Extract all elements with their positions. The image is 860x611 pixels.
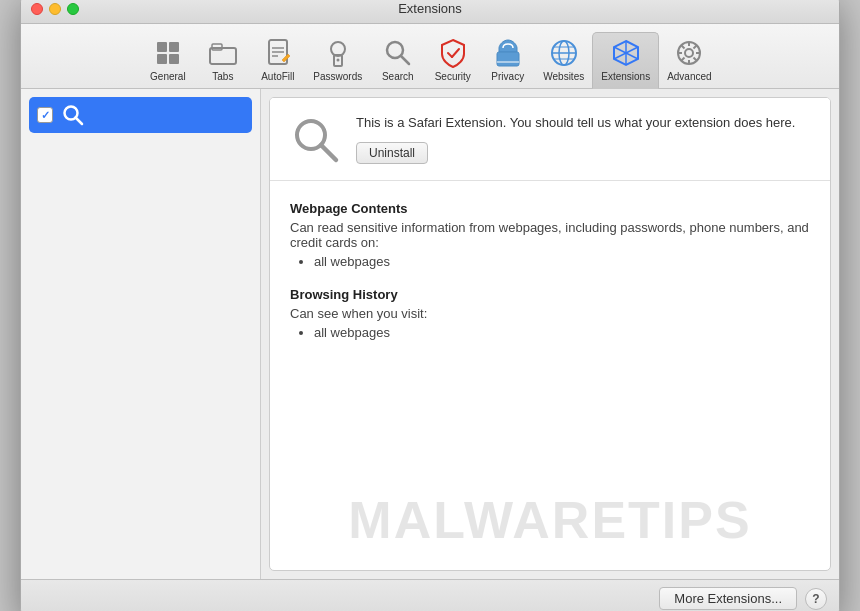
passwords-icon <box>322 37 354 69</box>
maximize-button[interactable] <box>67 3 79 15</box>
sidebar: ✓ <box>21 89 261 579</box>
security-icon <box>437 37 469 69</box>
autofill-icon <box>262 37 294 69</box>
svg-line-35 <box>694 58 697 61</box>
general-icon <box>152 37 184 69</box>
detail-panel: MALWARETIPS This is a Safari Extension. … <box>269 97 831 571</box>
toolbar-item-tabs[interactable]: Tabs <box>195 33 250 88</box>
toolbar-item-general[interactable]: General <box>140 33 195 88</box>
browsing-history-desc: Can see when you visit: <box>290 306 810 321</box>
more-extensions-button[interactable]: More Extensions... <box>659 587 797 610</box>
toolbar: General Tabs Auto <box>21 24 839 89</box>
help-button[interactable]: ? <box>805 588 827 610</box>
svg-line-14 <box>401 56 409 64</box>
toolbar-item-extensions[interactable]: Extensions <box>592 32 659 89</box>
browsing-history-list: all webpages <box>290 325 810 340</box>
svg-rect-3 <box>169 54 179 64</box>
search-icon <box>382 37 414 69</box>
svg-rect-17 <box>497 52 519 66</box>
extension-detail-icon <box>290 114 340 164</box>
close-button[interactable] <box>31 3 43 15</box>
svg-line-16 <box>452 49 459 57</box>
title-bar: Extensions <box>21 0 839 24</box>
browsing-history-block: Browsing History Can see when you visit:… <box>290 287 810 340</box>
window-title: Extensions <box>398 1 462 16</box>
security-label: Security <box>435 71 471 82</box>
toolbar-item-security[interactable]: Security <box>425 33 480 88</box>
list-item: all webpages <box>314 325 810 340</box>
watermark-text: MALWARETIPS <box>348 490 751 550</box>
svg-line-34 <box>682 46 685 49</box>
permissions-section: Webpage Contents Can read sensitive info… <box>270 181 830 368</box>
svg-line-39 <box>76 118 83 125</box>
extension-info: This is a Safari Extension. You should t… <box>356 114 810 164</box>
extension-header: This is a Safari Extension. You should t… <box>270 98 830 181</box>
extensions-icon <box>610 37 642 69</box>
webpage-contents-desc: Can read sensitive information from webp… <box>290 220 810 250</box>
toolbar-item-websites[interactable]: Websites <box>535 33 592 88</box>
extension-description: This is a Safari Extension. You should t… <box>356 114 810 132</box>
svg-rect-2 <box>157 54 167 64</box>
webpage-contents-title: Webpage Contents <box>290 201 810 216</box>
toolbar-item-passwords[interactable]: Passwords <box>305 33 370 88</box>
passwords-label: Passwords <box>313 71 362 82</box>
advanced-icon <box>673 37 705 69</box>
browsing-history-title: Browsing History <box>290 287 810 302</box>
safari-extensions-window: Extensions General Tabs <box>20 0 840 611</box>
minimize-button[interactable] <box>49 3 61 15</box>
traffic-lights <box>31 3 79 15</box>
svg-rect-0 <box>157 42 167 52</box>
svg-line-41 <box>321 145 336 160</box>
websites-icon <box>548 37 580 69</box>
footer: More Extensions... ? <box>21 579 839 611</box>
webpage-contents-block: Webpage Contents Can read sensitive info… <box>290 201 810 269</box>
privacy-icon <box>492 37 524 69</box>
uninstall-button[interactable]: Uninstall <box>356 142 428 164</box>
websites-label: Websites <box>543 71 584 82</box>
search-label: Search <box>382 71 414 82</box>
advanced-label: Advanced <box>667 71 711 82</box>
sidebar-item-search-ext[interactable]: ✓ <box>29 97 252 133</box>
tabs-label: Tabs <box>212 71 233 82</box>
list-item: all webpages <box>314 254 810 269</box>
general-label: General <box>150 71 186 82</box>
svg-line-37 <box>682 58 685 61</box>
webpage-contents-list: all webpages <box>290 254 810 269</box>
toolbar-item-autofill[interactable]: AutoFill <box>250 33 305 88</box>
svg-line-36 <box>694 46 697 49</box>
privacy-label: Privacy <box>491 71 524 82</box>
extensions-label: Extensions <box>601 71 650 82</box>
watermark: MALWARETIPS <box>270 490 830 550</box>
main-content: ✓ MALWARETIPS <box>21 89 839 579</box>
svg-rect-1 <box>169 42 179 52</box>
extension-sidebar-icon <box>61 103 85 127</box>
toolbar-item-advanced[interactable]: Advanced <box>659 33 719 88</box>
svg-point-12 <box>336 59 339 62</box>
toolbar-item-search[interactable]: Search <box>370 33 425 88</box>
extension-checkbox[interactable]: ✓ <box>37 107 53 123</box>
autofill-label: AutoFill <box>261 71 294 82</box>
toolbar-item-privacy[interactable]: Privacy <box>480 33 535 88</box>
svg-point-10 <box>331 42 345 56</box>
tabs-icon <box>207 37 239 69</box>
svg-point-29 <box>685 49 693 57</box>
